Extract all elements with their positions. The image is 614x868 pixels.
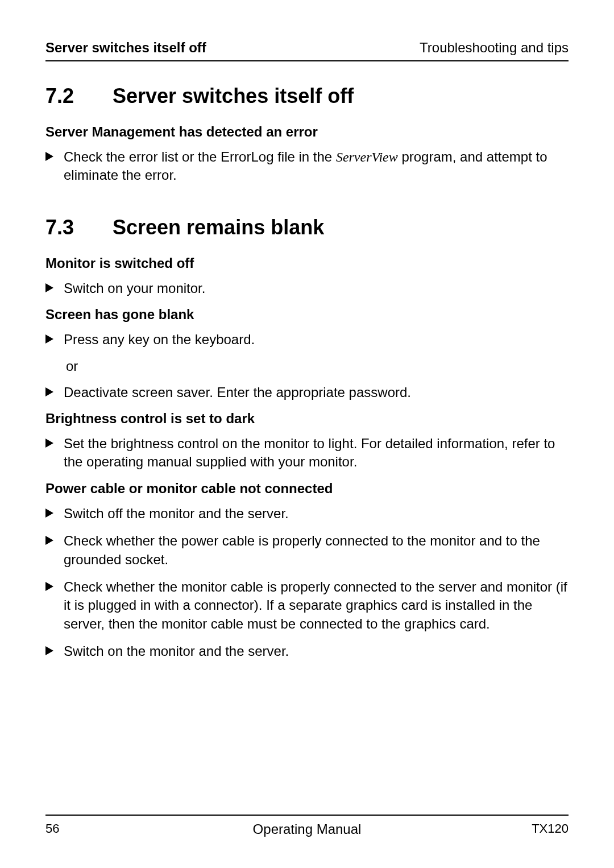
item-text: Press any key on the keyboard. [64, 330, 569, 349]
item-text: Check the error list or the ErrorLog fil… [64, 148, 569, 185]
section-title: Screen remains blank [113, 216, 324, 239]
list-item: Press any key on the keyboard. [45, 330, 569, 349]
subheading: Power cable or monitor cable not connect… [45, 481, 569, 497]
triangle-bullet-icon [45, 334, 53, 344]
triangle-bullet-icon [45, 509, 53, 518]
list-item: Switch on your monitor. [45, 279, 569, 297]
list-item: Switch off the monitor and the server. [45, 505, 569, 523]
connector-or: or [66, 358, 569, 374]
section-heading-73: 7.3 Screen remains blank [45, 216, 569, 239]
item-text: Check whether the monitor cable is prope… [64, 578, 569, 633]
triangle-bullet-icon [45, 283, 53, 292]
footer-rule [45, 815, 569, 816]
subheading: Brightness control is set to dark [45, 411, 569, 427]
list-item: Switch on the monitor and the server. [45, 642, 569, 660]
triangle-bullet-icon [45, 439, 53, 448]
item-text: Switch off the monitor and the server. [64, 505, 569, 523]
page: Server switches itself off Troubleshooti… [0, 0, 614, 868]
list-item: Check whether the monitor cable is prope… [45, 578, 569, 633]
footer-row: Operating Manual 56 TX120 [45, 821, 569, 836]
item-text: Deactivate screen saver. Enter the appro… [64, 383, 569, 402]
section-title: Server switches itself off [113, 84, 354, 108]
triangle-bullet-icon [45, 582, 53, 591]
item-text: Set the brightness control on the monito… [64, 435, 569, 472]
triangle-bullet-icon [45, 536, 53, 545]
section-number: 7.3 [45, 216, 85, 239]
item-text-pre: Check the error list or the ErrorLog fil… [64, 149, 336, 164]
page-footer: Operating Manual 56 TX120 [45, 815, 569, 836]
item-text: Check whether the power cable is properl… [64, 532, 569, 569]
item-text: Switch on your monitor. [64, 279, 569, 297]
header-row: Server switches itself off Troubleshooti… [45, 40, 569, 61]
header-right: Troubleshooting and tips [420, 40, 569, 56]
triangle-bullet-icon [45, 646, 53, 655]
list-item: Set the brightness control on the monito… [45, 435, 569, 472]
item-text-italic: ServerView [336, 150, 398, 164]
item-text: Switch on the monitor and the server. [64, 642, 569, 660]
subheading: Monitor is switched off [45, 255, 569, 271]
subheading: Screen has gone blank [45, 307, 569, 323]
triangle-bullet-icon [45, 387, 53, 396]
triangle-bullet-icon [45, 152, 53, 161]
subheading: Server Management has detected an error [45, 124, 569, 140]
footer-center: Operating Manual [45, 821, 569, 837]
list-item: Deactivate screen saver. Enter the appro… [45, 383, 569, 402]
list-item: Check the error list or the ErrorLog fil… [45, 148, 569, 185]
list-item: Check whether the power cable is properl… [45, 532, 569, 569]
header-left: Server switches itself off [45, 40, 206, 56]
section-number: 7.2 [45, 84, 85, 108]
section-heading-72: 7.2 Server switches itself off [45, 84, 569, 108]
